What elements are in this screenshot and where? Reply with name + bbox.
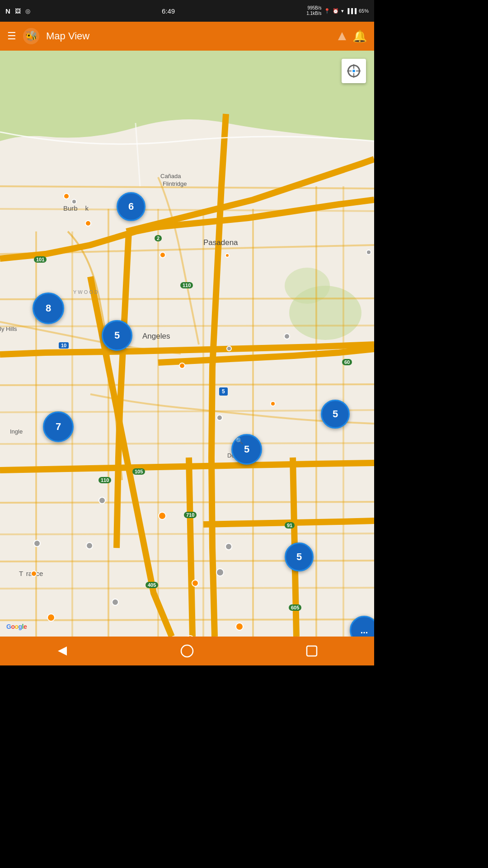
status-right-info: 995B/s 1.1kB/s 📍 ⏰ ▾ ▐▐▐ 65% (306, 5, 369, 16)
orange-dot-2 (85, 220, 91, 226)
battery-level: 65% (359, 8, 369, 14)
orange-dot-4 (225, 253, 230, 258)
location-icon: ◎ (25, 8, 30, 14)
signal-icon: ▐▐▐ (346, 8, 357, 14)
crosshair-center-dot (352, 70, 355, 72)
wifi-icon: ▾ (341, 8, 344, 14)
cluster-marker-5b[interactable]: 5 (321, 400, 350, 429)
gray-dot-11 (112, 599, 119, 606)
orange-dot-7 (158, 512, 166, 520)
shield-110a: 110 (180, 282, 193, 288)
gray-dot-5 (216, 415, 223, 421)
google-logo: Google (6, 623, 27, 630)
pin-icon: 📍 (324, 8, 330, 14)
gray-dot-7 (33, 540, 41, 547)
svg-marker-6 (58, 646, 67, 656)
shield-101: 101 (34, 256, 47, 263)
orange-dot-10 (47, 613, 55, 622)
recent-apps-button[interactable] (298, 637, 325, 665)
notification-bell-button[interactable]: 🔔 (352, 29, 367, 43)
my-location-button[interactable] (342, 59, 366, 83)
gray-dot-4 (226, 346, 232, 351)
svg-text:🐝: 🐝 (25, 30, 38, 42)
shield-10: 10 (59, 342, 69, 349)
status-time: 6:49 (162, 7, 175, 15)
orange-dot-1 (63, 193, 70, 199)
status-bar: N 🖼 ◎ 6:49 995B/s 1.1kB/s 📍 ⏰ ▾ ▐▐▐ 65% (0, 0, 374, 22)
shield-605: 605 (289, 604, 301, 611)
shield-605-label: 605 (289, 604, 301, 611)
back-button[interactable] (49, 637, 76, 665)
location-crosshair-icon (347, 65, 360, 77)
orange-dot-3 (160, 252, 166, 258)
orange-dot-6 (270, 401, 276, 406)
cluster-marker-8[interactable]: 8 (33, 292, 64, 324)
orange-dot-11 (235, 623, 244, 631)
orange-dot-8 (31, 571, 37, 577)
back-triangle-icon (56, 644, 69, 658)
shield-105-label: 105 (132, 468, 145, 475)
bee-logo: 🐝 (23, 28, 40, 45)
gray-dot-3 (284, 333, 290, 340)
cluster-marker-5d[interactable]: 5 (285, 542, 314, 571)
navigation-bar (0, 637, 374, 665)
menu-button[interactable]: ☰ (7, 30, 16, 42)
signal-indicator (338, 32, 346, 40)
app-bar: ☰ 🐝 Map View 🔔 (0, 22, 374, 51)
data-speed: 995B/s 1.1kB/s (306, 5, 321, 16)
shield-405-label: 405 (145, 582, 158, 588)
svg-point-7 (181, 645, 193, 657)
shield-710-label: 710 (184, 512, 197, 518)
orange-dot-5 (179, 363, 185, 369)
shield-405: 405 (145, 582, 158, 588)
gray-dot-6 (99, 497, 106, 504)
shield-91-label: 91 (285, 522, 295, 528)
n-icon: N (5, 7, 10, 15)
shield-110b-label: 110 (99, 477, 111, 483)
cluster-marker-6[interactable]: 6 (117, 192, 145, 221)
gray-dot-2 (366, 250, 371, 255)
gray-dot-9 (225, 543, 232, 550)
shield-2: 2 (155, 235, 162, 241)
image-icon: 🖼 (15, 8, 21, 14)
cluster-marker-5c[interactable]: 🔍 5 (231, 434, 262, 465)
shield-91: 91 (285, 522, 295, 528)
orange-dot-9 (192, 580, 199, 587)
shield-5: 5 (219, 387, 228, 396)
shield-110b: 110 (99, 477, 111, 483)
gray-dot-10 (216, 568, 224, 576)
shield-710: 710 (184, 512, 197, 518)
shield-101-label: 101 (34, 256, 47, 263)
map-view[interactable]: Cañada Flintridge Burboak Pasadena YWOOD… (0, 51, 374, 637)
cluster-marker-5a[interactable]: 5 (102, 320, 132, 351)
crosshair-v-line (353, 73, 354, 78)
recent-square-icon (305, 644, 319, 658)
map-background (0, 51, 374, 637)
svg-rect-8 (307, 646, 317, 656)
home-button[interactable] (174, 637, 201, 665)
gray-dot-1 (71, 199, 77, 204)
svg-marker-2 (338, 32, 346, 40)
cluster-marker-7[interactable]: 7 (43, 411, 74, 442)
shield-60-label: 60 (342, 359, 352, 365)
shield-110a-label: 110 (180, 282, 193, 288)
page-title: Map View (46, 30, 332, 42)
crosshair-h-line (356, 71, 361, 71)
shield-105: 105 (132, 468, 145, 475)
gray-dot-8 (86, 542, 93, 549)
shield-2-label: 2 (155, 235, 162, 241)
alarm-icon: ⏰ (333, 8, 339, 14)
home-circle-icon (180, 644, 194, 658)
status-left-icons: N 🖼 ◎ (5, 7, 30, 15)
shield-60: 60 (342, 359, 352, 365)
